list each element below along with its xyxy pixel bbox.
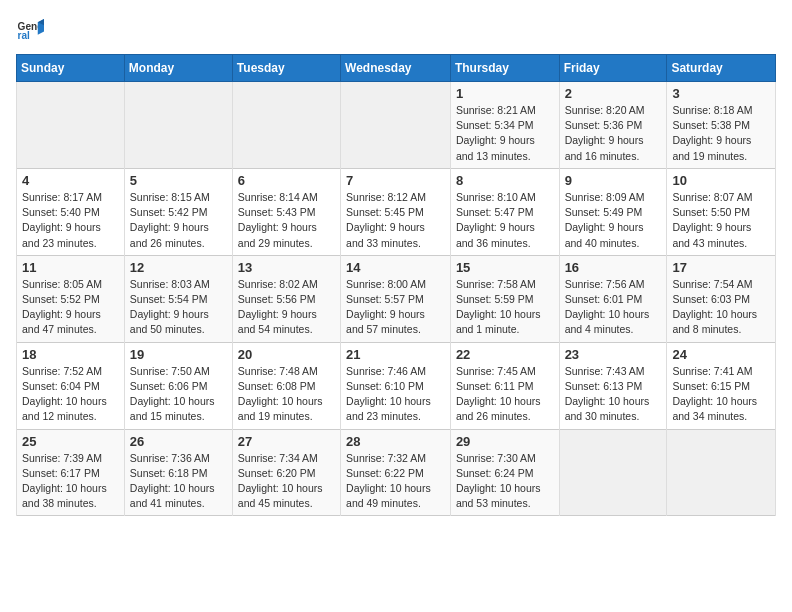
- day-info: Sunrise: 8:02 AM Sunset: 5:56 PM Dayligh…: [238, 277, 335, 338]
- day-info: Sunrise: 8:05 AM Sunset: 5:52 PM Dayligh…: [22, 277, 119, 338]
- day-info: Sunrise: 8:10 AM Sunset: 5:47 PM Dayligh…: [456, 190, 554, 251]
- day-number: 27: [238, 434, 335, 449]
- day-number: 13: [238, 260, 335, 275]
- svg-text:ral: ral: [18, 30, 31, 41]
- day-info: Sunrise: 8:18 AM Sunset: 5:38 PM Dayligh…: [672, 103, 770, 164]
- day-info: Sunrise: 7:58 AM Sunset: 5:59 PM Dayligh…: [456, 277, 554, 338]
- day-number: 22: [456, 347, 554, 362]
- day-number: 9: [565, 173, 662, 188]
- calendar-cell: 9Sunrise: 8:09 AM Sunset: 5:49 PM Daylig…: [559, 168, 667, 255]
- calendar-cell: 5Sunrise: 8:15 AM Sunset: 5:42 PM Daylig…: [124, 168, 232, 255]
- calendar-cell: 10Sunrise: 8:07 AM Sunset: 5:50 PM Dayli…: [667, 168, 776, 255]
- calendar-cell: 28Sunrise: 7:32 AM Sunset: 6:22 PM Dayli…: [341, 429, 451, 516]
- col-wednesday: Wednesday: [341, 55, 451, 82]
- week-row-1: 1Sunrise: 8:21 AM Sunset: 5:34 PM Daylig…: [17, 82, 776, 169]
- day-number: 26: [130, 434, 227, 449]
- day-number: 14: [346, 260, 445, 275]
- day-number: 1: [456, 86, 554, 101]
- calendar-cell: 3Sunrise: 8:18 AM Sunset: 5:38 PM Daylig…: [667, 82, 776, 169]
- day-info: Sunrise: 7:39 AM Sunset: 6:17 PM Dayligh…: [22, 451, 119, 512]
- calendar-cell: [232, 82, 340, 169]
- day-number: 10: [672, 173, 770, 188]
- day-number: 20: [238, 347, 335, 362]
- calendar-cell: 11Sunrise: 8:05 AM Sunset: 5:52 PM Dayli…: [17, 255, 125, 342]
- calendar-cell: 19Sunrise: 7:50 AM Sunset: 6:06 PM Dayli…: [124, 342, 232, 429]
- week-row-3: 11Sunrise: 8:05 AM Sunset: 5:52 PM Dayli…: [17, 255, 776, 342]
- day-info: Sunrise: 8:15 AM Sunset: 5:42 PM Dayligh…: [130, 190, 227, 251]
- day-number: 11: [22, 260, 119, 275]
- calendar-cell: 22Sunrise: 7:45 AM Sunset: 6:11 PM Dayli…: [450, 342, 559, 429]
- calendar-cell: 23Sunrise: 7:43 AM Sunset: 6:13 PM Dayli…: [559, 342, 667, 429]
- calendar-cell: 18Sunrise: 7:52 AM Sunset: 6:04 PM Dayli…: [17, 342, 125, 429]
- calendar-cell: 17Sunrise: 7:54 AM Sunset: 6:03 PM Dayli…: [667, 255, 776, 342]
- page-header: Gene ral: [16, 16, 776, 44]
- day-number: 21: [346, 347, 445, 362]
- col-friday: Friday: [559, 55, 667, 82]
- day-info: Sunrise: 8:00 AM Sunset: 5:57 PM Dayligh…: [346, 277, 445, 338]
- calendar-cell: [559, 429, 667, 516]
- day-number: 28: [346, 434, 445, 449]
- calendar-cell: [341, 82, 451, 169]
- calendar-cell: 14Sunrise: 8:00 AM Sunset: 5:57 PM Dayli…: [341, 255, 451, 342]
- day-number: 4: [22, 173, 119, 188]
- calendar-cell: 29Sunrise: 7:30 AM Sunset: 6:24 PM Dayli…: [450, 429, 559, 516]
- calendar-cell: 25Sunrise: 7:39 AM Sunset: 6:17 PM Dayli…: [17, 429, 125, 516]
- day-number: 24: [672, 347, 770, 362]
- day-info: Sunrise: 7:48 AM Sunset: 6:08 PM Dayligh…: [238, 364, 335, 425]
- calendar-cell: 7Sunrise: 8:12 AM Sunset: 5:45 PM Daylig…: [341, 168, 451, 255]
- calendar-cell: 6Sunrise: 8:14 AM Sunset: 5:43 PM Daylig…: [232, 168, 340, 255]
- calendar-cell: 20Sunrise: 7:48 AM Sunset: 6:08 PM Dayli…: [232, 342, 340, 429]
- calendar-cell: 21Sunrise: 7:46 AM Sunset: 6:10 PM Dayli…: [341, 342, 451, 429]
- day-number: 3: [672, 86, 770, 101]
- day-number: 15: [456, 260, 554, 275]
- day-info: Sunrise: 8:21 AM Sunset: 5:34 PM Dayligh…: [456, 103, 554, 164]
- day-number: 16: [565, 260, 662, 275]
- col-tuesday: Tuesday: [232, 55, 340, 82]
- calendar-cell: [17, 82, 125, 169]
- day-info: Sunrise: 7:54 AM Sunset: 6:03 PM Dayligh…: [672, 277, 770, 338]
- calendar-cell: 26Sunrise: 7:36 AM Sunset: 6:18 PM Dayli…: [124, 429, 232, 516]
- day-info: Sunrise: 8:07 AM Sunset: 5:50 PM Dayligh…: [672, 190, 770, 251]
- day-info: Sunrise: 7:52 AM Sunset: 6:04 PM Dayligh…: [22, 364, 119, 425]
- day-info: Sunrise: 8:20 AM Sunset: 5:36 PM Dayligh…: [565, 103, 662, 164]
- calendar-cell: 12Sunrise: 8:03 AM Sunset: 5:54 PM Dayli…: [124, 255, 232, 342]
- day-info: Sunrise: 7:41 AM Sunset: 6:15 PM Dayligh…: [672, 364, 770, 425]
- day-info: Sunrise: 8:14 AM Sunset: 5:43 PM Dayligh…: [238, 190, 335, 251]
- logo: Gene ral: [16, 16, 48, 44]
- calendar-cell: 8Sunrise: 8:10 AM Sunset: 5:47 PM Daylig…: [450, 168, 559, 255]
- day-info: Sunrise: 8:17 AM Sunset: 5:40 PM Dayligh…: [22, 190, 119, 251]
- col-monday: Monday: [124, 55, 232, 82]
- col-thursday: Thursday: [450, 55, 559, 82]
- header-row: Sunday Monday Tuesday Wednesday Thursday…: [17, 55, 776, 82]
- week-row-4: 18Sunrise: 7:52 AM Sunset: 6:04 PM Dayli…: [17, 342, 776, 429]
- day-number: 29: [456, 434, 554, 449]
- col-sunday: Sunday: [17, 55, 125, 82]
- week-row-2: 4Sunrise: 8:17 AM Sunset: 5:40 PM Daylig…: [17, 168, 776, 255]
- day-info: Sunrise: 7:43 AM Sunset: 6:13 PM Dayligh…: [565, 364, 662, 425]
- day-number: 7: [346, 173, 445, 188]
- day-info: Sunrise: 7:32 AM Sunset: 6:22 PM Dayligh…: [346, 451, 445, 512]
- logo-icon: Gene ral: [16, 16, 44, 44]
- day-info: Sunrise: 7:50 AM Sunset: 6:06 PM Dayligh…: [130, 364, 227, 425]
- day-info: Sunrise: 8:03 AM Sunset: 5:54 PM Dayligh…: [130, 277, 227, 338]
- day-number: 17: [672, 260, 770, 275]
- day-number: 8: [456, 173, 554, 188]
- day-number: 18: [22, 347, 119, 362]
- day-number: 19: [130, 347, 227, 362]
- day-number: 5: [130, 173, 227, 188]
- day-number: 12: [130, 260, 227, 275]
- calendar-cell: 13Sunrise: 8:02 AM Sunset: 5:56 PM Dayli…: [232, 255, 340, 342]
- calendar-cell: 16Sunrise: 7:56 AM Sunset: 6:01 PM Dayli…: [559, 255, 667, 342]
- day-info: Sunrise: 8:12 AM Sunset: 5:45 PM Dayligh…: [346, 190, 445, 251]
- calendar-cell: 1Sunrise: 8:21 AM Sunset: 5:34 PM Daylig…: [450, 82, 559, 169]
- calendar-cell: 15Sunrise: 7:58 AM Sunset: 5:59 PM Dayli…: [450, 255, 559, 342]
- calendar-cell: 4Sunrise: 8:17 AM Sunset: 5:40 PM Daylig…: [17, 168, 125, 255]
- calendar-table: Sunday Monday Tuesday Wednesday Thursday…: [16, 54, 776, 516]
- day-info: Sunrise: 7:56 AM Sunset: 6:01 PM Dayligh…: [565, 277, 662, 338]
- day-number: 25: [22, 434, 119, 449]
- calendar-cell: 24Sunrise: 7:41 AM Sunset: 6:15 PM Dayli…: [667, 342, 776, 429]
- day-number: 2: [565, 86, 662, 101]
- day-info: Sunrise: 7:46 AM Sunset: 6:10 PM Dayligh…: [346, 364, 445, 425]
- day-info: Sunrise: 7:36 AM Sunset: 6:18 PM Dayligh…: [130, 451, 227, 512]
- day-info: Sunrise: 7:45 AM Sunset: 6:11 PM Dayligh…: [456, 364, 554, 425]
